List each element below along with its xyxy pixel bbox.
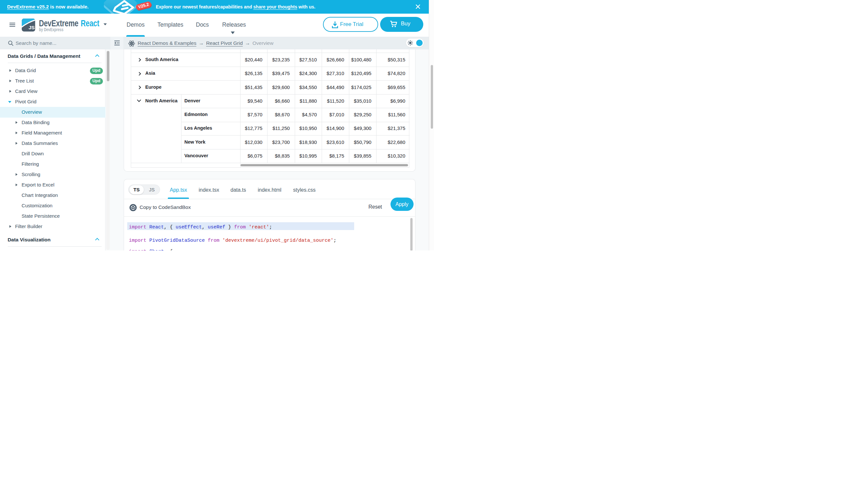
svg-text:JS: JS [29,25,35,30]
